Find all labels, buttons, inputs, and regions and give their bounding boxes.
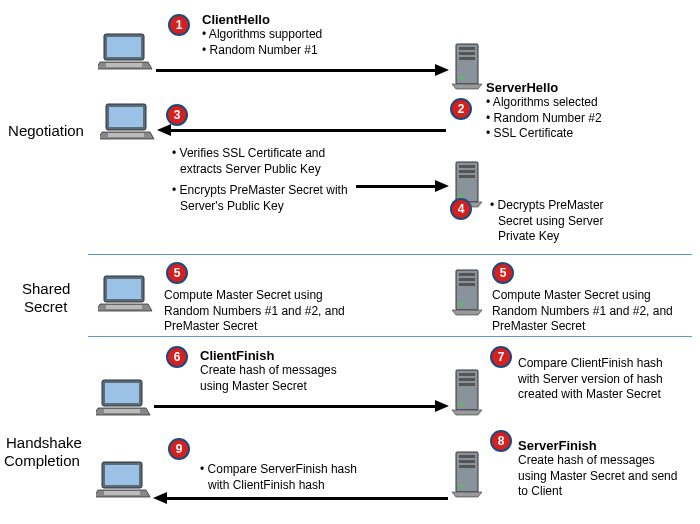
step-5b-b3: PreMaster Secret <box>492 319 673 335</box>
laptop-icon <box>98 32 154 72</box>
step-1-title: ClientHello <box>202 12 322 27</box>
phase-negotiation: Negotiation <box>4 122 88 140</box>
laptop-icon <box>96 378 152 418</box>
arrow-left-2 <box>154 492 448 504</box>
step-3-b2b: Server's Public Key <box>172 199 348 215</box>
step-2-b3: • SSL Certificate <box>486 126 602 142</box>
server-icon <box>452 268 482 316</box>
divider-2 <box>88 336 692 337</box>
step-badge-5a: 5 <box>166 262 188 284</box>
step-5a-b2: Random Numbers #1 and #2, and <box>164 304 345 320</box>
arrow-left-1 <box>158 124 446 136</box>
step-badge-4: 4 <box>450 198 472 220</box>
arrow-right-1 <box>156 64 448 76</box>
step-7-b3: created with Master Secret <box>518 387 663 403</box>
step-3-b1: • Verifies SSL Certificate and <box>172 146 348 162</box>
step-6-b2: using Master Secret <box>200 379 337 395</box>
step-1-b2: • Random Number #1 <box>202 43 322 59</box>
step-2-b2: • Random Number #2 <box>486 111 602 127</box>
step-badge-7: 7 <box>490 346 512 368</box>
server-icon <box>452 368 482 416</box>
step-9-b1: • Compare ServerFinish hash <box>200 462 357 478</box>
laptop-icon <box>100 102 156 142</box>
step-4-b1b: Secret using Server <box>490 214 604 230</box>
step-8-b1: Create hash of messages <box>518 453 677 469</box>
step-1-b1: • Algorithms supported <box>202 27 322 43</box>
step-4-b1: • Decrypts PreMaster <box>490 198 604 214</box>
phase-handshake-2: Completion <box>4 452 80 470</box>
step-7-b1: Compare ClientFinish hash <box>518 356 663 372</box>
arrow-right-3 <box>154 400 448 412</box>
step-3-b2: • Encrypts PreMaster Secret with <box>172 183 348 199</box>
step-badge-3: 3 <box>166 104 188 126</box>
laptop-icon <box>96 460 152 500</box>
step-5b-b1: Compute Master Secret using <box>492 288 673 304</box>
step-badge-5b: 5 <box>492 262 514 284</box>
ssl-handshake-diagram: Negotiation Shared Secret Handshake Comp… <box>0 0 700 524</box>
step-8-title: ServerFinish <box>518 438 677 453</box>
arrow-right-2 <box>356 180 448 192</box>
divider-1 <box>88 254 692 255</box>
step-5a-b3: PreMaster Secret <box>164 319 345 335</box>
phase-shared-2: Secret <box>24 298 67 316</box>
step-badge-8: 8 <box>490 430 512 452</box>
step-6-title: ClientFinish <box>200 348 337 363</box>
step-badge-9: 9 <box>168 438 190 460</box>
step-7-b2: with Server version of hash <box>518 372 663 388</box>
step-5a-b1: Compute Master Secret using <box>164 288 345 304</box>
laptop-icon <box>98 274 154 314</box>
step-8-b3: to Client <box>518 484 677 500</box>
phase-handshake-1: Handshake <box>6 434 82 452</box>
step-3-b1b: extracts Server Public Key <box>172 162 348 178</box>
step-2-title: ServerHello <box>486 80 602 95</box>
step-2-b1: • Algorithms selected <box>486 95 602 111</box>
step-4-b1c: Private Key <box>490 229 604 245</box>
step-badge-1: 1 <box>168 14 190 36</box>
phase-shared-1: Shared <box>22 280 70 298</box>
step-badge-6: 6 <box>166 346 188 368</box>
step-6-b1: Create hash of messages <box>200 363 337 379</box>
step-badge-2: 2 <box>450 98 472 120</box>
server-icon <box>452 42 482 90</box>
step-9-b2: with ClientFinish hash <box>200 478 357 494</box>
server-icon <box>452 450 482 498</box>
step-8-b2: using Master Secret and send <box>518 469 677 485</box>
step-5b-b2: Random Numbers #1 and #2, and <box>492 304 673 320</box>
